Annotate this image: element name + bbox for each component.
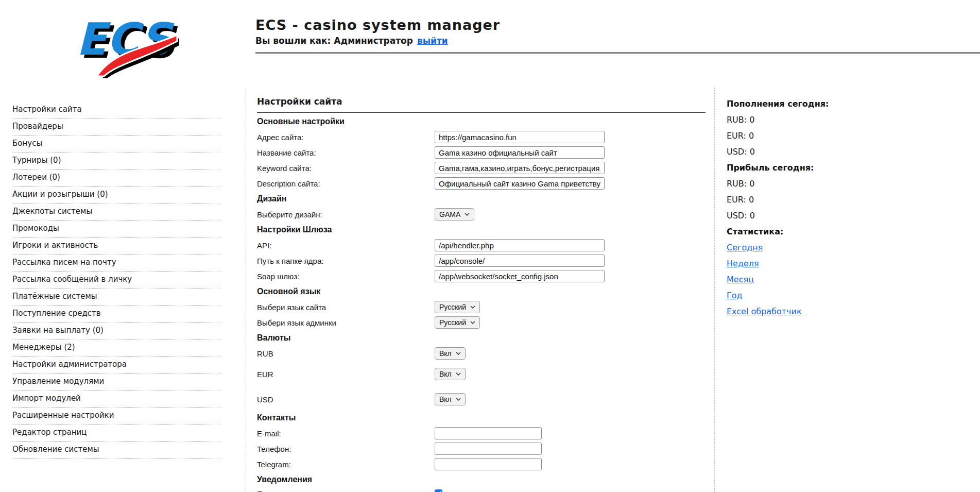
currency-rub-label: RUB [257,349,435,358]
currency-usd-value: Вкл [439,395,452,403]
sidebar-item-system-update[interactable]: Обновление системы [12,442,220,459]
ecs-logo-image: ECS ECS [71,7,179,78]
logout-link[interactable]: выйти [417,36,448,46]
section-gateway: Настройки Шлюза [257,222,706,237]
sidebar-item-advanced-settings[interactable]: Расширенные настройки [12,408,220,425]
field-site-name: Название сайта: [257,145,706,160]
field-design-select: Выберите дизайн: GAMA [257,207,706,222]
phone-label: Телефон: [257,445,435,453]
sidebar-item-email-mailing[interactable]: Рассылка писем на почту [12,255,220,272]
site-keyword-input[interactable] [435,162,605,174]
sidebar-item-payout-requests[interactable]: Заявки на выплату (0) [12,323,220,340]
field-soap-gateway: Soap шлюз: [257,268,706,284]
sidebar-item-managers[interactable]: Менеджеры (2) [12,340,220,357]
sidebar-item-site-settings[interactable]: Настройки сайта [12,101,220,118]
sidebar-item-payment-systems[interactable]: Платёжные системы [12,289,220,306]
sidebar-item-providers[interactable]: Провайдеры [12,118,220,135]
sidebar-item-jackpots[interactable]: Джекпоты системы [12,203,220,220]
field-core-path: Путь к папке ядра: [257,253,706,268]
core-path-input[interactable] [435,255,605,267]
email-input[interactable] [435,427,542,439]
field-currency-usd: USD Вкл [257,392,706,407]
admin-language-label: Выбери язык админки [257,318,435,327]
stats-link-month[interactable]: Месяц [727,275,754,284]
currency-eur-value: Вкл [439,370,452,378]
statistics-header: Статистика: [727,227,871,243]
site-name-input[interactable] [435,146,605,159]
sidebar-item-promotions[interactable]: Акции и розыгрыши (0) [12,186,220,203]
field-telegram: Telegram: [257,456,706,472]
sidebar-item-pm-mailing[interactable]: Рассылка сообщений в личку [12,272,220,289]
profit-eur: EUR: 0 [727,195,871,211]
stats-link-week[interactable]: Неделя [727,259,759,268]
stats-link-excel[interactable]: Excel обработчик [727,307,802,316]
profit-today-header: Прибыль сегодня: [727,163,871,179]
stats-panel: Пополнения сегодня: RUB: 0 EUR: 0 USD: 0… [727,99,871,323]
deposits-usd: USD: 0 [727,147,871,163]
sidebar-item-promocodes[interactable]: Промокоды [12,220,220,237]
currency-rub-value: Вкл [439,349,452,358]
chevron-down-icon [465,213,470,216]
telegram-input[interactable] [435,458,542,470]
field-site-address: Адрес сайта: [257,129,706,145]
site-settings-panel: Настройки сайта Основные настройки Адрес… [246,88,715,492]
admin-language-select[interactable]: Русский [435,316,480,329]
sidebar-item-page-editor[interactable]: Редактор страниц [12,425,220,442]
deposits-rub: RUB: 0 [727,115,871,131]
site-name-label: Название сайта: [257,148,435,157]
stats-link-today[interactable]: Сегодня [727,243,763,252]
sidebar-item-module-management[interactable]: Управление модулями [12,374,220,391]
profit-rub: RUB: 0 [727,179,871,195]
currency-usd-label: USD [257,395,435,404]
field-api: API: [257,237,706,253]
chevron-down-icon [456,372,461,376]
site-address-input[interactable] [435,131,605,143]
deposit-notification-label: При пополнение счета: [257,489,435,492]
phone-input[interactable] [435,443,542,455]
field-site-language: Выбери язык сайта Русский [257,299,706,315]
profit-usd: USD: 0 [727,211,871,227]
currency-usd-select[interactable]: Вкл [435,393,466,405]
page-title: ECS - casino system manager [255,17,500,33]
sidebar-item-tournaments[interactable]: Турниры (0) [12,152,220,169]
sidebar: Настройки сайта Провайдеры Бонусы Турнир… [12,101,220,459]
sidebar-item-bonuses[interactable]: Бонусы [12,135,220,152]
field-site-keyword: Keyword сайта: [257,160,706,176]
stats-link-year[interactable]: Год [727,291,743,300]
deposit-notification-checkbox[interactable] [435,489,442,492]
site-language-value: Русский [439,303,466,311]
site-language-select[interactable]: Русский [435,301,480,313]
sidebar-item-incoming-funds[interactable]: Поступление средств [12,306,220,323]
design-select[interactable]: GAMA [435,208,474,220]
chevron-down-icon [456,398,461,401]
field-site-description: Description сайта: [257,176,706,191]
field-admin-language: Выбери язык админки Русский [257,315,706,330]
field-email: E-mail: [257,426,706,441]
soap-gateway-label: Soap шлюз: [257,272,435,281]
api-label: API: [257,241,435,250]
ecs-logo: ECS ECS [71,7,179,78]
chevron-down-icon [456,352,461,355]
design-select-label: Выберите дизайн: [257,210,435,219]
chevron-down-icon [470,321,475,324]
section-currencies: Валюты [257,330,706,346]
email-label: E-mail: [257,429,435,438]
site-language-label: Выбери язык сайта [257,303,435,312]
field-currency-eur: EUR Вкл [257,366,706,382]
sidebar-item-players-activity[interactable]: Игроки и активность [12,237,220,255]
login-status-text: Вы вошли как: Администратор [255,36,413,46]
section-basic-settings: Основные настройки [257,114,706,129]
api-input[interactable] [435,239,605,251]
sidebar-item-lotteries[interactable]: Лотереи (0) [12,169,220,186]
currency-eur-select[interactable]: Вкл [435,368,466,380]
currency-rub-select[interactable]: Вкл [435,347,466,360]
site-address-label: Адрес сайта: [257,133,435,142]
sidebar-item-admin-settings[interactable]: Настройки администратора [12,357,220,374]
sidebar-item-module-import[interactable]: Импорт модулей [12,391,220,408]
section-design: Дизайн [257,191,706,207]
login-status: Вы вошли как: Администраторвыйти [255,36,500,46]
soap-gateway-input[interactable] [435,270,605,282]
site-description-input[interactable] [435,177,605,190]
section-contacts: Контакты [257,410,706,426]
field-phone: Телефон: [257,441,706,456]
